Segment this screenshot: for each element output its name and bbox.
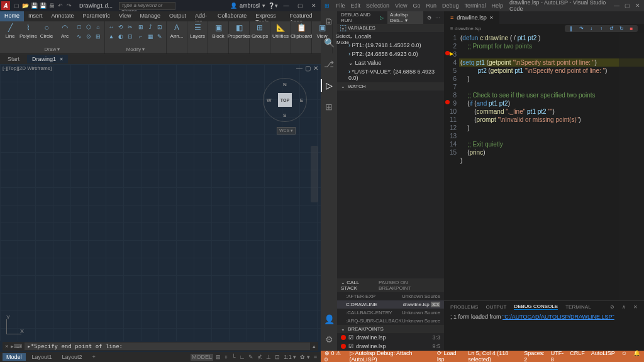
ann-button[interactable]: AAnn... [169,23,185,52]
vp-close-icon[interactable]: ✕ [313,65,318,72]
tab-annotate[interactable]: Annotate [47,11,79,21]
status-icon[interactable]: └ [230,354,236,361]
stepinto-icon[interactable]: ↓ [587,26,595,31]
status-encoding[interactable]: UTF-8 [551,350,564,362]
disconnect-icon[interactable]: ↻ [618,26,625,31]
qat-new-icon[interactable]: ▢ [13,2,20,9]
qat-saveas-icon[interactable]: 💾 [39,2,47,9]
lastvalue-scope[interactable]: ⌄ Last Value [337,58,444,67]
signin-icon[interactable]: 👤 [230,3,237,9]
draw-more[interactable]: □⬡⌂∿⊙⊞ [75,23,103,47]
menu-selection[interactable]: Selection [366,3,389,9]
activity-extensions-icon[interactable]: ⊞ [323,101,335,113]
maximize-icon[interactable]: ▢ [294,3,306,9]
status-bell-icon[interactable]: 🔔 [633,350,640,362]
panel-problems[interactable]: PROBLEMS [450,304,478,310]
continue-icon[interactable]: ‖ [567,26,575,31]
acad-help-icon[interactable]: ❔▾ [268,3,278,9]
tab-express[interactable]: Express Tools [251,11,285,21]
activity-explorer-icon[interactable]: 🗎 [323,15,335,28]
debug-gear-icon[interactable]: ⚙ [427,15,431,21]
cmd-expand-icon[interactable]: ▴ [313,343,316,349]
minimize-icon[interactable]: — [280,3,292,9]
menu-edit[interactable]: Edit [351,3,361,9]
menu-go[interactable]: Go [413,3,420,9]
acad-search-input[interactable]: Type a keyword or phrase [119,2,175,10]
close-icon[interactable]: ✕ [308,3,319,9]
status-indent[interactable]: Spaces: 2 [524,350,545,362]
tab-close-icon[interactable]: × [60,56,63,62]
stop-icon[interactable]: ■ [628,26,635,31]
layout2-tab[interactable]: Layout2 [58,353,86,361]
status-icon[interactable]: ✎ [247,354,255,361]
vsc-max-icon[interactable]: ▢ [625,3,630,9]
clipboard-button[interactable]: 📋Clipboard [293,23,309,52]
cmd-chevron-icon[interactable]: ▸⌨ [11,343,22,349]
tab-insert[interactable]: Insert [24,11,47,21]
panel-modify-label[interactable]: Modify ▾ [107,47,164,52]
qat-save-icon[interactable]: 💾 [30,2,38,9]
panel-close-icon[interactable]: ✕ [633,304,638,310]
status-icon[interactable]: ≡ [313,354,318,361]
status-icon[interactable]: ✿ ▾ [299,354,311,361]
minimap[interactable] [619,33,644,300]
qat-print-icon[interactable]: 🖶 [48,2,55,9]
menu-terminal[interactable]: Terminal [464,3,486,9]
model-tab[interactable]: Model [3,353,26,361]
tab-home[interactable]: Home [0,11,24,21]
select-button[interactable]: ⬚SelectMode [335,23,351,52]
status-eol[interactable]: CRLF [570,350,585,362]
variable-lastvalue[interactable]: › *LAST-VALUE*: (24.6858 6.4923 0.0) [337,67,444,82]
panel-up-icon[interactable]: ∧ [622,304,626,310]
editor-gutter[interactable]: 123456789101112131415 [444,33,460,300]
debug-console-output[interactable]: ; 1 form loaded from "C:/AUTOCAD/AUTOLIS… [444,312,644,351]
status-icon[interactable]: ∟ [238,354,246,361]
activity-account-icon[interactable]: 👤 [323,313,335,326]
tab-view[interactable]: View [114,11,135,21]
qat-redo-icon[interactable]: ↷ [65,2,73,9]
debug-more-icon[interactable]: ⋯ [435,15,440,21]
status-icon[interactable]: ⌗ [223,354,229,361]
menu-view[interactable]: View [395,3,407,9]
acad-user[interactable]: ambrosl [240,3,260,9]
viewcube-face[interactable]: TOP [278,93,292,107]
stack-frame[interactable]: :ARQ-SUBR-CALLBACKUnknown Source [337,317,444,325]
tab-parametric[interactable]: Parametric [79,11,115,21]
arc-button[interactable]: ◠Arc [57,23,73,47]
tab-output[interactable]: Output [165,11,191,21]
status-loadlsp[interactable]: ⟳ Load lsp [437,350,462,362]
start-debug-icon[interactable]: ▷ [380,15,384,21]
menu-run[interactable]: Run [426,3,436,9]
code-editor[interactable]: 123456789101112131415 (defun c:drawline … [444,33,644,300]
status-cursor[interactable]: Ln 5, Col 4 (118 selected) [468,350,518,362]
add-layout-button[interactable]: + [89,353,99,361]
viewcube-north[interactable]: N [283,82,287,87]
vsc-min-icon[interactable]: — [614,3,619,9]
stack-frame[interactable]: :AFTER-EXPUnknown Source [337,292,444,300]
nav-bar[interactable] [311,146,318,202]
modify-grid2[interactable]: ⊞⤴⊡⌐▦✎ [136,23,164,47]
viewcube-west[interactable]: W [267,97,272,103]
restart-icon[interactable]: ↺ [608,26,615,31]
menu-file[interactable]: File [336,3,345,9]
vsc-close-icon[interactable]: ✕ [635,3,640,9]
status-errors[interactable]: ⊗ 0 ⚠ 0 [325,350,343,362]
cmd-close-icon[interactable]: × [5,343,8,349]
menu-help[interactable]: Help [492,3,504,9]
status-icon[interactable]: ⊡ [274,354,281,361]
stepout-icon[interactable]: ↑ [597,26,605,31]
tab-manage[interactable]: Manage [135,11,165,21]
status-debug-session[interactable]: ▷ Autolisp Debug: Attach (AutoLISP) [350,350,431,362]
viewcube-east[interactable]: E [300,97,303,103]
status-icon[interactable]: ⊀ [256,354,264,361]
status-icon[interactable]: ⊥ [265,354,272,361]
panel-terminal[interactable]: TERMINAL [565,304,591,310]
tab-addins[interactable]: Add-ins [191,11,213,21]
viewport-label[interactable]: [-][Top][2D Wireframe] [3,65,52,71]
tab-close-icon[interactable]: × [490,14,493,21]
status-feedback-icon[interactable]: ☺ [621,350,627,362]
properties-button[interactable]: ◧Properties [231,23,247,52]
tab-featured[interactable]: Featured Apps [286,11,321,21]
breakpoint-item[interactable]: ☑drawline.lsp9:5 [337,342,444,351]
editor-content[interactable]: (defun c:drawline ( / pt1 pt2 ) ;; Promp… [460,33,644,300]
